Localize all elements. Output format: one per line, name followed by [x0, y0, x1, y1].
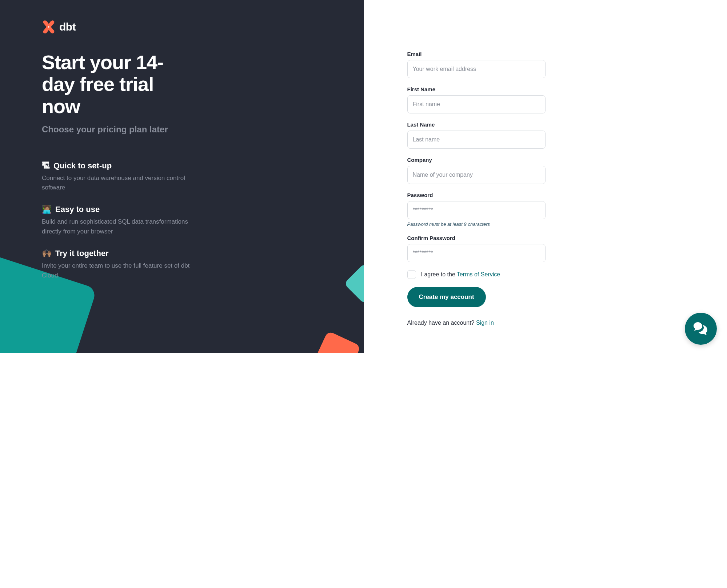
chat-icon	[692, 319, 710, 338]
dbt-logo-icon	[42, 20, 56, 34]
feature-title: Try it together	[55, 249, 109, 258]
confirm-password-field[interactable]	[407, 244, 546, 262]
password-label: Password	[407, 192, 546, 198]
tos-row: I agree to the Terms of Service	[407, 270, 546, 279]
decor-shape-orange	[312, 331, 361, 353]
tos-text: I agree to the Terms of Service	[421, 271, 500, 278]
last-name-field[interactable]	[407, 131, 546, 149]
feature-desc: Connect to your data warehouse and versi…	[42, 173, 198, 193]
decor-shape-mint	[344, 263, 364, 304]
tos-checkbox[interactable]	[407, 270, 416, 279]
password-hint: Password must be at least 9 characters	[407, 221, 546, 227]
feature-desc: Invite your entire team to use the full …	[42, 261, 198, 280]
feature-list: 🏗 Quick to set-up Connect to your data w…	[42, 161, 198, 280]
svg-point-0	[48, 26, 49, 28]
signin-prefix: Already have an account?	[407, 320, 476, 326]
right-panel: Email First Name Last Name Company Passw…	[364, 0, 727, 353]
company-field[interactable]	[407, 166, 546, 184]
chat-button[interactable]	[685, 313, 717, 345]
brand-logo: dbt	[42, 20, 342, 34]
feature-title: Quick to set-up	[53, 161, 112, 171]
headline: Start your 14-day free trial now	[42, 51, 195, 117]
signin-link[interactable]: Sign in	[476, 320, 494, 326]
first-name-label: First Name	[407, 86, 546, 92]
feature-quick-setup: 🏗 Quick to set-up Connect to your data w…	[42, 161, 198, 193]
company-label: Company	[407, 157, 546, 163]
tos-link[interactable]: Terms of Service	[457, 271, 500, 277]
brand-name: dbt	[59, 21, 76, 33]
crane-icon: 🏗	[42, 161, 50, 171]
technologist-icon: 👩🏽‍💻	[42, 205, 52, 214]
tos-prefix: I agree to the	[421, 271, 457, 277]
feature-title: Easy to use	[55, 205, 100, 214]
signup-page: dbt Start your 14-day free trial now Cho…	[0, 0, 727, 353]
last-name-label: Last Name	[407, 121, 546, 128]
email-label: Email	[407, 51, 546, 57]
feature-desc: Build and run sophisticated SQL data tra…	[42, 217, 198, 236]
create-account-button[interactable]: Create my account	[407, 287, 486, 307]
signup-form: Email First Name Last Name Company Passw…	[407, 51, 546, 326]
email-field[interactable]	[407, 60, 546, 78]
subheadline: Choose your pricing plan later	[42, 124, 195, 135]
feature-try-together: 🙌🏽 Try it together Invite your entire te…	[42, 249, 198, 280]
signin-row: Already have an account? Sign in	[407, 320, 546, 326]
password-field[interactable]	[407, 201, 546, 219]
first-name-field[interactable]	[407, 95, 546, 113]
raised-hands-icon: 🙌🏽	[42, 249, 52, 258]
confirm-password-label: Confirm Password	[407, 235, 546, 241]
feature-easy-to-use: 👩🏽‍💻 Easy to use Build and run sophistic…	[42, 205, 198, 236]
left-panel: dbt Start your 14-day free trial now Cho…	[0, 0, 364, 353]
